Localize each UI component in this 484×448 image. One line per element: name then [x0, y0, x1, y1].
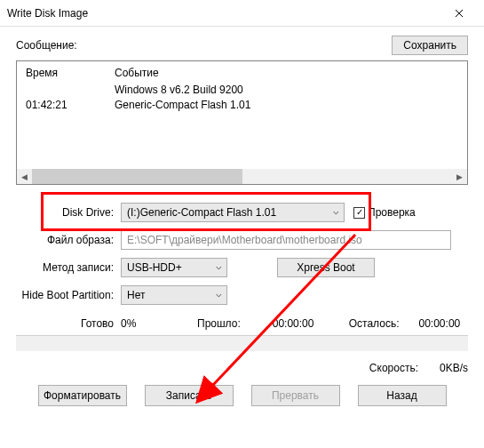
write-method-select[interactable]: USB-HDD+: [121, 258, 227, 277]
format-button[interactable]: Форматировать: [38, 385, 127, 406]
disk-drive-label: Disk Drive:: [16, 206, 121, 219]
write-method-label: Метод записи:: [16, 261, 121, 274]
scroll-left-icon[interactable]: ◀: [17, 169, 32, 184]
titlebar: Write Disk Image: [0, 0, 484, 27]
xpress-boot-button[interactable]: Xpress Boot: [277, 258, 375, 277]
hide-boot-select[interactable]: Нет: [121, 285, 227, 305]
hide-boot-label: Hide Boot Partition:: [16, 289, 121, 301]
log-row: 01:42:21 Generic-Compact Flash 1.01: [26, 98, 458, 113]
image-file-label: Файл образа:: [16, 234, 121, 246]
image-file-input[interactable]: [121, 230, 451, 250]
log-row: Windows 8 v6.2 Build 9200: [26, 83, 458, 98]
elapsed-label: Прошло:: [197, 317, 241, 330]
verify-checkbox[interactable]: ✓: [353, 207, 365, 219]
close-icon: [455, 9, 464, 18]
progress-value: 0%: [121, 317, 190, 330]
speed-value: 0KB/s: [440, 362, 468, 374]
speed-label: Скорость:: [369, 362, 418, 374]
write-button[interactable]: Записать: [145, 385, 234, 406]
disk-drive-select[interactable]: (I:)Generic-Compact Flash 1.01: [121, 203, 345, 222]
elapsed-value: 00:00:00: [273, 317, 342, 330]
window-title: Write Disk Image: [7, 7, 441, 20]
verify-label: Проверка: [368, 206, 416, 219]
ready-label: Готово: [16, 317, 121, 330]
scroll-thumb[interactable]: [32, 169, 242, 184]
scroll-right-icon[interactable]: ▶: [452, 169, 467, 184]
back-button[interactable]: Назад: [358, 385, 447, 406]
close-button[interactable]: [441, 0, 477, 27]
log-header-time: Время: [26, 67, 115, 79]
progress-bar: [16, 335, 468, 351]
log-header-event: Событие: [115, 67, 458, 79]
log-area: Время Событие Windows 8 v6.2 Build 9200 …: [16, 60, 468, 185]
save-button[interactable]: Сохранить: [392, 36, 468, 55]
remaining-label: Осталось:: [349, 317, 400, 330]
message-label: Сообщение:: [16, 39, 77, 52]
remaining-value: 00:00:00: [419, 317, 461, 330]
abort-button[interactable]: Прервать: [251, 385, 340, 406]
horizontal-scrollbar[interactable]: ◀ ▶: [17, 169, 467, 184]
